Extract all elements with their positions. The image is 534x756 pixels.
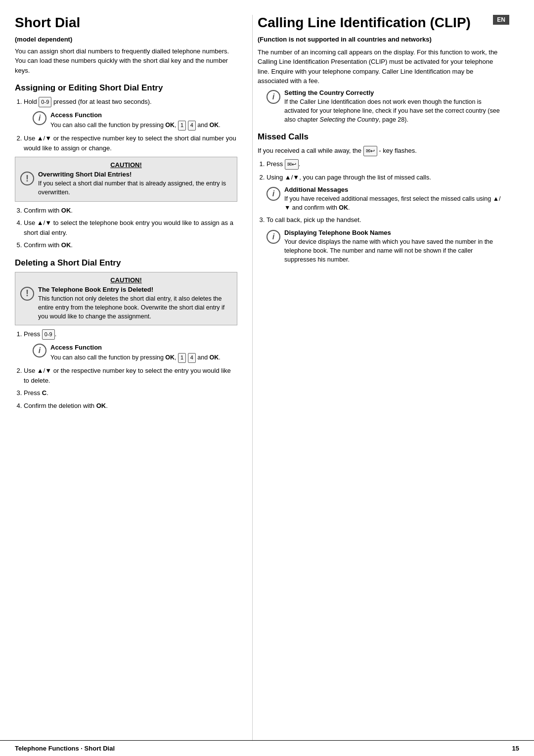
section2-steps: Press 0-9. i Access Function You can als…	[24, 329, 237, 410]
mc-step-1: Press ✉↩.	[267, 159, 504, 170]
function-not-supported: (Function is not supported in all countr…	[258, 35, 504, 44]
key-0-9-2: 0-9	[42, 329, 55, 340]
italic-text: Selecting the Country	[320, 116, 379, 123]
right-intro: The number of an incoming call appears o…	[258, 47, 504, 86]
info-icon-display: i	[267, 230, 280, 244]
info-additional-title: Additional Messages	[284, 186, 504, 193]
key-msg: ✉↩	[363, 146, 377, 156]
key-msg-2: ✉↩	[285, 159, 299, 170]
step-1-5: Confirm with OK.	[24, 240, 237, 250]
info-additional-text: If you have received additional messages…	[284, 194, 504, 212]
info-content-setting: Setting the Country Correctly If the Cal…	[284, 89, 504, 124]
info-icon-2: i	[33, 344, 46, 357]
info-box-additional: i Additional Messages If you have receiv…	[267, 186, 504, 212]
page: Short Dial (model dependent) You can ass…	[0, 0, 534, 756]
caution-icon-1: !	[20, 172, 34, 185]
info-box-setting: i Setting the Country Correctly If the C…	[267, 89, 504, 124]
step1-text: Hold 0-9 pressed (for at least two secon…	[24, 98, 152, 105]
caution1-inner: ! Overwriting Short Dial Entries! If you…	[20, 171, 232, 197]
right-column: Calling Line Identification (CLIP) EN (F…	[252, 15, 504, 740]
step-2-4: Confirm the deletion with OK.	[24, 401, 237, 411]
info-box-1: i Access Function You can also call the …	[33, 110, 237, 131]
step-1-4: Use ▲/▼ to select the telephone book ent…	[24, 218, 237, 237]
caution1-text: If you select a short dial number that i…	[38, 179, 232, 197]
caution1-title: CAUTION!	[20, 161, 232, 169]
info-content-2: Access Function You can also call the fu…	[50, 343, 237, 363]
missed-calls-title: Missed Calls	[258, 132, 504, 142]
section1-steps: Hold 0-9 pressed (for at least two secon…	[24, 97, 237, 153]
footer-right: 15	[512, 745, 519, 752]
info-setting-text: If the Caller Line Identification does n…	[284, 97, 504, 124]
key-1b: 1	[178, 353, 186, 363]
missed-calls-steps-2: To call back, pick up the handset.	[267, 215, 504, 225]
info-setting-title: Setting the Country Correctly	[284, 89, 504, 96]
footer: Telephone Functions · Short Dial 15	[0, 740, 534, 756]
caution1-inner-title: Overwriting Short Dial Entries!	[38, 171, 232, 178]
left-column: Short Dial (model dependent) You can ass…	[15, 15, 252, 740]
caution2-title: CAUTION!	[20, 276, 232, 284]
left-intro: You can assign short dial numbers to fre…	[15, 46, 237, 76]
step-2-2: Use ▲/▼ or the respective number key to …	[24, 366, 237, 385]
info-icon-1: i	[33, 111, 46, 125]
missed-calls-intro: If you received a call while away, the ✉…	[258, 146, 504, 156]
info1-text: You can also call the function by pressi…	[50, 121, 237, 131]
mc-step-3: To call back, pick up the handset.	[267, 215, 504, 225]
step-1-1: Hold 0-9 pressed (for at least two secon…	[24, 97, 237, 131]
key-0-9: 0-9	[39, 97, 51, 107]
caution-box-2: CAUTION! ! The Telephone Book Entry is D…	[15, 272, 237, 325]
info-box-display: i Displaying Telephone Book Names Your d…	[267, 229, 504, 264]
caution-box-1: CAUTION! ! Overwriting Short Dial Entrie…	[15, 157, 237, 201]
section2-title: Deleting a Short Dial Entry	[15, 258, 237, 268]
caution2-content: The Telephone Book Entry is Deleted! Thi…	[38, 286, 232, 321]
step-2-1: Press 0-9. i Access Function You can als…	[24, 329, 237, 363]
info1-title: Access Function	[50, 110, 237, 120]
info2-text: You can also call the function by pressi…	[50, 353, 237, 363]
info-content-1: Access Function You can also call the fu…	[50, 110, 237, 131]
footer-left: Telephone Functions · Short Dial	[15, 745, 115, 752]
caution-icon-2: !	[20, 287, 34, 301]
info2-title: Access Function	[50, 343, 237, 353]
caution1-content: Overwriting Short Dial Entries! If you s…	[38, 171, 232, 197]
step-1-3: Confirm with OK.	[24, 206, 237, 216]
info-content-additional: Additional Messages If you have received…	[284, 186, 504, 212]
step-1-2: Use ▲/▼ or the respective number key to …	[24, 133, 237, 153]
info-display-title: Displaying Telephone Book Names	[284, 229, 504, 236]
key-1: 1	[178, 121, 186, 131]
right-title: Calling Line Identification (CLIP)	[258, 15, 504, 31]
info-display-text: Your device displays the name with which…	[284, 237, 504, 264]
right-col-header: Calling Line Identification (CLIP) EN	[258, 15, 504, 31]
caution2-inner: ! The Telephone Book Entry is Deleted! T…	[20, 286, 232, 321]
caution2-text: This function not only deletes the short…	[38, 294, 232, 321]
mc-step-2: Using ▲/▼, you can page through the list…	[267, 173, 504, 182]
info-icon-setting: i	[267, 90, 280, 104]
key-4: 4	[188, 121, 196, 131]
info-content-display: Displaying Telephone Book Names Your dev…	[284, 229, 504, 264]
model-dependent: (model dependent)	[15, 35, 237, 44]
step2-1-text: Press 0-9.	[24, 330, 56, 338]
section1-steps-continued: Confirm with OK. Use ▲/▼ to select the t…	[24, 206, 237, 250]
content-area: Short Dial (model dependent) You can ass…	[0, 0, 534, 740]
info-box-2: i Access Function You can also call the …	[33, 343, 237, 363]
key-4b: 4	[188, 353, 196, 363]
en-badge: EN	[493, 15, 509, 25]
section1-title: Assigning or Editing Short Dial Entry	[15, 83, 237, 93]
missed-calls-steps: Press ✉↩. Using ▲/▼, you can page throug…	[267, 159, 504, 182]
step-2-3: Press C.	[24, 388, 237, 398]
left-title: Short Dial	[15, 15, 237, 31]
info-icon-additional: i	[267, 187, 280, 201]
caution2-inner-title: The Telephone Book Entry is Deleted!	[38, 286, 232, 293]
